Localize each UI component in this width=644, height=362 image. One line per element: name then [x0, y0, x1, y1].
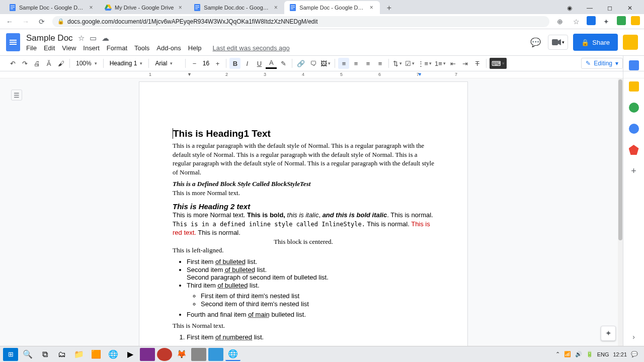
comment-button[interactable]: 🗨 — [307, 58, 318, 69]
battery-icon[interactable]: 🔋 — [586, 351, 593, 357]
browser-tab[interactable]: Sample Doc - Google Docs × — [4, 1, 100, 14]
language-indicator[interactable]: ENG — [597, 351, 609, 357]
document-page[interactable]: This is Heading1 Text This is a regular … — [139, 81, 468, 346]
ruler-indent-marker[interactable]: ▼ — [187, 72, 192, 77]
taskbar-app-icon[interactable] — [208, 348, 223, 361]
menu-view[interactable]: View — [62, 44, 76, 52]
minimize-button[interactable]: — — [582, 2, 598, 14]
link-button[interactable]: 🔗 — [295, 58, 306, 69]
edge-icon[interactable]: 🌐 — [106, 348, 121, 361]
bookmark-icon[interactable]: ☆ — [571, 16, 582, 27]
taskbar-app-icon[interactable] — [140, 348, 155, 361]
extension-icon[interactable] — [587, 16, 596, 25]
vertical-scrollbar[interactable] — [618, 78, 623, 346]
mode-select[interactable]: ✎ Editing ▾ — [581, 58, 623, 69]
spellcheck-button[interactable]: Ă — [43, 58, 54, 69]
close-icon[interactable]: × — [177, 4, 184, 11]
font-size-input[interactable]: 16 — [201, 60, 211, 67]
document-title[interactable]: Sample Doc — [26, 33, 73, 43]
align-justify-button[interactable]: ≡ — [374, 58, 385, 69]
menu-addons[interactable]: Add-ons — [156, 44, 181, 52]
star-icon[interactable]: ☆ — [78, 34, 85, 43]
menu-help[interactable]: Help — [188, 44, 202, 52]
file-explorer-icon[interactable]: 📁 — [71, 348, 87, 361]
browser-tab[interactable]: Sample Doc.doc - Google Docs × — [189, 1, 284, 14]
install-app-icon[interactable]: ⊕ — [554, 16, 566, 27]
maps-icon[interactable] — [629, 145, 639, 155]
indent-decrease-button[interactable]: ⇤ — [448, 58, 459, 69]
align-left-button[interactable]: ≡ — [338, 58, 349, 69]
zoom-select[interactable]: 100% — [73, 60, 100, 67]
scrollbar-thumb[interactable] — [618, 79, 622, 240]
taskbar-app-icon[interactable] — [157, 348, 172, 361]
undo-button[interactable]: ↶ — [7, 58, 18, 69]
meet-button[interactable]: ▾ — [548, 35, 568, 50]
url-input[interactable]: 🔒 docs.google.com/document/d/1Mjcv6wAPEy… — [52, 16, 549, 27]
network-icon[interactable]: 📶 — [564, 351, 571, 357]
new-tab-button[interactable]: + — [383, 2, 395, 14]
account-avatar[interactable] — [623, 35, 638, 50]
forward-button[interactable]: → — [20, 16, 31, 27]
search-button[interactable]: 🔍 — [20, 348, 35, 361]
taskbar-app-icon[interactable] — [191, 348, 206, 361]
browser-tab-active[interactable]: Sample Doc - Google Docs × — [284, 1, 380, 14]
text-color-button[interactable]: A — [266, 58, 277, 69]
italic-button[interactable]: I — [242, 58, 253, 69]
account-icon[interactable]: ◉ — [561, 2, 578, 14]
bold-button[interactable]: B — [229, 58, 240, 69]
close-icon[interactable]: × — [88, 4, 95, 11]
browser-tab[interactable]: My Drive - Google Drive × — [100, 1, 189, 14]
paint-format-button[interactable]: 🖌 — [55, 58, 66, 69]
comment-history-icon[interactable]: 💬 — [528, 35, 543, 50]
share-button[interactable]: 🔒 Share — [573, 34, 618, 51]
start-button[interactable]: ⊞ — [3, 348, 18, 361]
last-edit-link[interactable]: Last edit was seconds ago — [213, 44, 290, 52]
highlight-button[interactable]: ✎ — [278, 58, 289, 69]
close-window-button[interactable]: ✕ — [622, 2, 638, 14]
tasks-icon[interactable] — [629, 103, 639, 113]
cloud-status-icon[interactable]: ☁ — [102, 34, 109, 43]
redo-button[interactable]: ↷ — [19, 58, 30, 69]
extension-icon[interactable] — [631, 16, 640, 25]
increase-font-button[interactable]: + — [212, 58, 223, 69]
decrease-font-button[interactable]: − — [189, 58, 200, 69]
explore-button[interactable]: ✦ — [601, 326, 616, 341]
line-spacing-button[interactable]: ⇅ — [392, 58, 403, 69]
notifications-icon[interactable]: 💬 — [631, 351, 638, 357]
calendar-icon[interactable] — [629, 60, 639, 70]
menu-insert[interactable]: Insert — [83, 44, 100, 52]
maximize-button[interactable]: ◻ — [602, 2, 618, 14]
get-addons-button[interactable]: + — [631, 166, 636, 176]
close-icon[interactable]: × — [368, 4, 375, 11]
taskbar-app-icon[interactable]: ▶ — [123, 348, 138, 361]
side-panel-toggle[interactable]: › — [632, 333, 635, 341]
paragraph-style-select[interactable]: Heading 1 — [107, 60, 146, 67]
contacts-icon[interactable] — [629, 124, 639, 134]
menu-format[interactable]: Format — [107, 44, 127, 52]
extensions-button[interactable]: ✦ — [601, 16, 612, 27]
keep-icon[interactable] — [629, 81, 639, 92]
align-right-button[interactable]: ≡ — [362, 58, 373, 69]
numbered-list-button[interactable]: 1≡ — [434, 58, 447, 69]
extension-icon[interactable] — [617, 16, 626, 25]
back-button[interactable]: ← — [4, 16, 15, 27]
image-button[interactable]: 🖼 — [319, 58, 332, 69]
move-icon[interactable]: ▭ — [90, 34, 97, 43]
ruler-right-indent-marker[interactable]: ▼ — [418, 72, 422, 77]
tray-chevron-icon[interactable]: ⌃ — [555, 351, 560, 357]
menu-file[interactable]: File — [26, 44, 37, 52]
clock[interactable]: 12:21 — [613, 351, 627, 357]
menu-tools[interactable]: Tools — [134, 44, 149, 52]
outline-toggle-button[interactable]: ☰ — [11, 89, 22, 101]
input-tools-button[interactable]: ⌨ — [490, 58, 507, 69]
clear-formatting-button[interactable]: T — [472, 58, 483, 69]
print-button[interactable]: 🖨 — [31, 58, 42, 69]
align-center-button[interactable]: ≡ — [350, 58, 361, 69]
taskbar-app-icon[interactable]: 🟧 — [89, 348, 104, 361]
bulleted-list-button[interactable]: ⋮≡ — [417, 58, 433, 69]
menu-edit[interactable]: Edit — [44, 44, 55, 52]
taskbar-app-icon[interactable]: 🗂 — [54, 348, 69, 361]
ruler[interactable]: 1 ▼ 2 3 4 5 6 7 ▼ 7 — [0, 71, 644, 78]
firefox-icon[interactable]: 🦊 — [174, 348, 189, 361]
close-icon[interactable]: × — [272, 4, 279, 11]
